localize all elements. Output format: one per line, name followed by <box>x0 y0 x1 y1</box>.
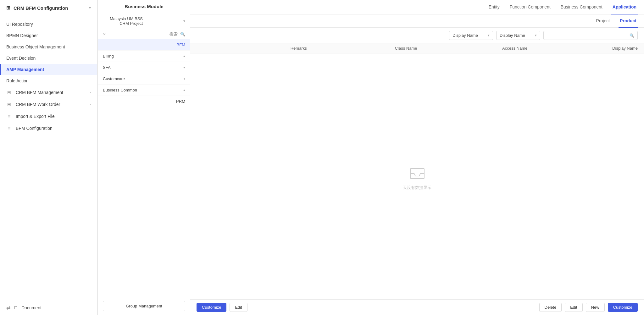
sidebar-item-bfm-config[interactable]: ≡ BFM Configuration <box>0 122 97 134</box>
chevron-left-icon-2: ◂ <box>183 65 185 69</box>
col-remarks: Remarks <box>197 46 307 51</box>
middle-panel: Business Module ▾ Malaysia UM BSS CRM Pr… <box>97 0 190 315</box>
middle-item-customcare[interactable]: ◂ Customcare <box>98 73 190 85</box>
sidebar-item-ui-repository[interactable]: UI Repository <box>0 19 97 30</box>
chevron-left-icon-4: ◂ <box>183 88 185 92</box>
tab-function-component[interactable]: Function Component <box>508 0 552 14</box>
display-name-filter-2[interactable]: ▾ Display Name <box>449 31 493 40</box>
active-indicator <box>0 64 1 75</box>
sidebar-item-bpmn-designer[interactable]: BPMN Designer <box>0 30 97 41</box>
chevron-down-icon: ▾ <box>89 6 91 10</box>
delete-button[interactable]: Delete <box>539 303 562 312</box>
sidebar-items-list: UI Repository BPMN Designer Business Obj… <box>0 16 97 300</box>
col-access-name: Access Name <box>417 46 528 51</box>
filter-search-input[interactable] <box>547 33 627 38</box>
main-content: Application Business Component Function … <box>190 0 644 315</box>
middle-dropdown[interactable]: ▾ Malaysia UM BSS CRM Project <box>98 13 190 29</box>
middle-panel-title: Business Module <box>98 0 190 13</box>
bottom-bar: Customize New Edit Delete Edit Customize <box>190 299 644 315</box>
middle-item-bfm[interactable]: BFM <box>98 39 190 51</box>
grid-icon-3: ⊞ <box>6 102 12 107</box>
empty-state-text: 天没有数据显示 <box>403 185 431 191</box>
middle-search-bar[interactable]: 🔍 ✕ <box>98 29 190 39</box>
grid-icon: ⊞ <box>6 5 10 11</box>
sidebar-header[interactable]: ⊞ CRM BFM Configuration ▾ <box>0 0 97 16</box>
sidebar-footer[interactable]: ⇄ 🗒 Document <box>0 300 97 315</box>
sidebar-title: ⊞ CRM BFM Configuration <box>6 5 68 11</box>
tab-entity[interactable]: Entity <box>487 0 501 14</box>
menu-icon: ≡ <box>6 113 12 119</box>
search-icon-filter: 🔍 <box>630 33 634 38</box>
sub-tab-project[interactable]: Project <box>595 14 611 28</box>
col-display-name: Display Name <box>527 46 638 51</box>
chevron-down-icon-filter1: ▾ <box>535 33 537 37</box>
group-management-button[interactable]: Group Management <box>103 301 185 311</box>
middle-item-business-common[interactable]: ◂ Business Common <box>98 85 190 96</box>
tab-business-component[interactable]: Business Component <box>559 0 604 14</box>
new-button[interactable]: New <box>586 303 605 312</box>
sidebar-item-amp-management[interactable]: AMP Management <box>0 64 97 75</box>
doc-icon: 🗒 <box>14 305 18 310</box>
col-class-name: Class Name <box>307 46 417 51</box>
sidebar-item-crm-bfm-workorder[interactable]: ⊞ CRM BFM Work Order › <box>0 98 97 110</box>
empty-inbox-icon <box>408 162 427 181</box>
edit-button[interactable]: Edit <box>565 303 582 312</box>
sidebar-item-event-decision[interactable]: Event Decision <box>0 52 97 64</box>
grid-icon-2: ⊞ <box>6 90 12 95</box>
customize-button-bottom-left[interactable]: Customize <box>197 303 226 312</box>
chevron-down-icon-middle: ▾ <box>145 19 185 23</box>
chevron-left-icon-3: ◂ <box>183 77 185 81</box>
edit-button-2[interactable]: Edit <box>230 303 247 312</box>
table-header: Display Name Access Name Class Name Rema… <box>190 43 644 53</box>
chevron-left-icon: ◂ <box>183 54 185 58</box>
middle-footer: Group Management <box>98 297 190 315</box>
sidebar-item-crm-bfm-management[interactable]: ⊞ CRM BFM Management › <box>0 86 97 98</box>
middle-item-billing[interactable]: ◂ Billing <box>98 51 190 62</box>
main-tabs-row: Application Business Component Function … <box>190 0 644 14</box>
sub-tab-product[interactable]: Product <box>619 14 638 28</box>
menu-icon-2: ≡ <box>6 125 12 131</box>
display-name-filter-1[interactable]: ▾ Display Name <box>496 31 540 40</box>
search-input[interactable] <box>108 32 178 36</box>
customize-button-bottom-right[interactable]: Customize <box>608 303 638 312</box>
chevron-right-icon-2: › <box>90 102 91 107</box>
search-icon: 🔍 <box>180 32 185 36</box>
middle-items-list: BFM ◂ Billing ◂ SFA ◂ Customcare ◂ Busin… <box>98 39 190 297</box>
tab-application[interactable]: Application <box>611 0 638 14</box>
sidebar: ⊞ CRM BFM Configuration ▾ UI Repository … <box>0 0 97 315</box>
sidebar-item-rule-action[interactable]: Rule Action <box>0 75 97 86</box>
chevron-right-icon: › <box>90 90 91 95</box>
sidebar-item-business-object[interactable]: Business Object Management <box>0 41 97 52</box>
middle-item-sfa[interactable]: ◂ SFA <box>98 62 190 73</box>
settings-icon: ⇄ <box>6 305 10 311</box>
clear-icon[interactable]: ✕ <box>103 32 106 36</box>
sidebar-item-import-export[interactable]: ≡ Import & Export File <box>0 110 97 122</box>
table-body: 天没有数据显示 <box>190 53 644 299</box>
filter-row: 🔍 ▾ Display Name ▾ Display Name <box>190 28 644 43</box>
middle-item-prm[interactable]: PRM <box>98 96 190 107</box>
sub-tabs-row: Product Project <box>190 14 644 28</box>
filter-search-box[interactable]: 🔍 <box>543 31 638 40</box>
chevron-down-icon-filter2: ▾ <box>488 33 490 37</box>
